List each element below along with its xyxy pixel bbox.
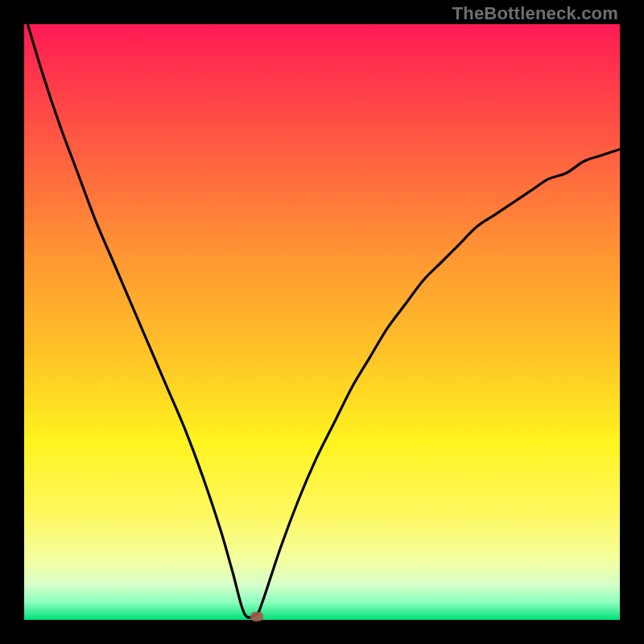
- plot-area: [24, 24, 620, 620]
- chart-frame: TheBottleneck.com: [0, 0, 644, 644]
- optimum-marker: [250, 612, 263, 621]
- attribution-label: TheBottleneck.com: [452, 3, 618, 24]
- bottleneck-curve: [24, 24, 620, 620]
